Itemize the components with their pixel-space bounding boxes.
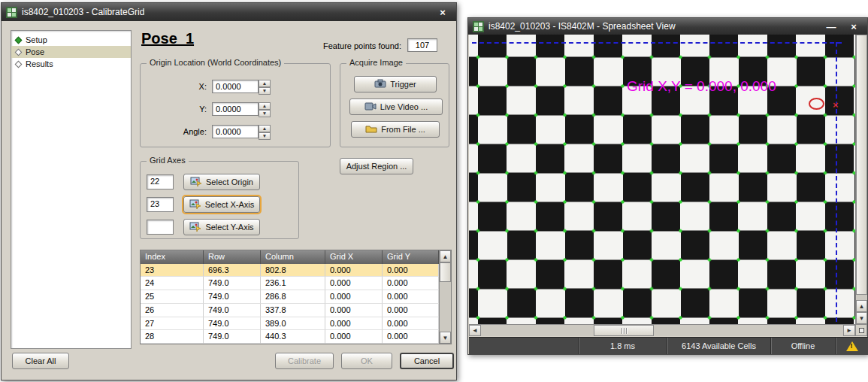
table-cell: 0.000 (383, 277, 439, 290)
scroll-up-icon[interactable]: ▲ (856, 300, 867, 312)
live-video-button[interactable]: Live Video ... (349, 99, 443, 115)
table-cell: 0.000 (325, 317, 383, 331)
folder-icon (365, 124, 377, 135)
angle-spinner: ▲ ▼ (259, 125, 271, 138)
axis-marker-cross: × (833, 99, 839, 111)
scroll-right-icon[interactable]: ► (843, 325, 855, 336)
checkerboard-image[interactable]: Grid X,Y = 0.000, 0.000 × (469, 35, 855, 324)
adjust-region-button[interactable]: Adjust Region ... (340, 158, 413, 174)
table-row[interactable]: 27 749.0 389.0 0.000 0.000 (141, 317, 439, 331)
minimize-button[interactable]: — (822, 20, 840, 33)
table-cell: 337.8 (261, 304, 325, 317)
trigger-label: Trigger (390, 80, 416, 89)
spin-up-icon[interactable]: ▲ (259, 102, 271, 110)
region-border-right[interactable] (836, 42, 837, 322)
spin-down-icon[interactable]: ▼ (259, 110, 271, 117)
y-axis-index-field[interactable] (147, 220, 174, 235)
select-y-axis-label: Select Y-Axis (205, 223, 253, 232)
table-cell: 0.000 (383, 304, 439, 317)
column-header-grid-x[interactable]: Grid X (325, 250, 383, 264)
app-icon (6, 7, 17, 18)
scroll-down-icon[interactable]: ▼ (440, 332, 451, 344)
cancel-button[interactable]: Cancel (400, 353, 454, 369)
scrollbar-thumb[interactable] (856, 35, 867, 295)
ok-button[interactable]: OK (341, 353, 392, 369)
scroll-up-icon[interactable]: ▲ (440, 250, 451, 262)
origin-index-field[interactable]: 22 (147, 174, 174, 189)
scrollbar-track[interactable] (481, 325, 843, 336)
resize-corner[interactable] (855, 324, 867, 336)
from-file-button[interactable]: From File ... (351, 121, 440, 138)
tree-item-pose[interactable]: Pose (11, 46, 131, 58)
select-origin-row: 22 Select Origin (147, 174, 260, 190)
angle-field[interactable] (212, 125, 259, 138)
scrollbar-thumb[interactable] (440, 262, 451, 282)
trigger-button[interactable]: Trigger (354, 76, 437, 92)
select-origin-button[interactable]: Select Origin (183, 174, 260, 190)
table-cell: 0.000 (383, 290, 439, 304)
table-cell: 0.000 (383, 330, 439, 344)
image-horizontal-scrollbar[interactable]: ◄ ► (469, 324, 855, 336)
tree-item-results[interactable]: Results (11, 58, 131, 70)
column-header-column[interactable]: Column (261, 250, 325, 264)
spin-down-icon[interactable]: ▼ (259, 132, 271, 140)
origin-location-group: Origin Location (World Coordinates) X: ▲… (140, 63, 331, 147)
adjust-region-label: Adjust Region ... (346, 162, 407, 171)
table-cell: 440.3 (261, 330, 325, 344)
table-scrollbar[interactable]: ▲ ▼ (439, 250, 451, 344)
scroll-left-icon[interactable]: ◄ (469, 325, 481, 336)
close-button[interactable]: × (434, 6, 452, 19)
table-cell: 696.3 (204, 264, 261, 277)
scroll-down-icon[interactable]: ▼ (856, 312, 867, 324)
ok-label: OK (361, 356, 373, 365)
clear-all-button[interactable]: Clear All (12, 353, 69, 369)
calibrate-button[interactable]: Calibrate (275, 353, 334, 369)
column-header-grid-y[interactable]: Grid Y (383, 250, 439, 264)
table-cell: 749.0 (204, 304, 261, 317)
spin-up-icon[interactable]: ▲ (259, 80, 271, 87)
x-field[interactable] (212, 80, 259, 93)
status-available-cells: 6143 Available Cells (667, 338, 770, 354)
status-spacer (469, 338, 578, 354)
calibrate-grid-titlebar[interactable]: is8402_010203 - CalibrateGrid × (2, 3, 456, 21)
select-x-axis-button[interactable]: Select X-Axis (183, 196, 260, 213)
table-cell: 749.0 (204, 290, 261, 304)
scrollbar-track[interactable] (440, 282, 451, 332)
table-row[interactable]: 28 749.0 440.3 0.000 0.000 (141, 330, 439, 344)
spin-up-icon[interactable]: ▲ (259, 125, 271, 132)
scrollbar-thumb[interactable] (594, 325, 654, 336)
grip-icon (622, 328, 622, 334)
table-row[interactable]: 26 749.0 337.8 0.000 0.000 (141, 304, 439, 317)
table-cell: 0.000 (325, 277, 383, 290)
page-title: Pose 1 (141, 30, 194, 47)
scrollbar-track[interactable] (856, 295, 867, 300)
tree-item-label: Pose (26, 47, 44, 56)
tree-item-setup[interactable]: Setup (11, 34, 131, 46)
spreadsheet-view-titlebar[interactable]: is8402_010203 - IS8402M - Spreadsheet Vi… (468, 18, 867, 35)
table-row[interactable]: 25 749.0 286.8 0.000 0.000 (141, 290, 439, 304)
camera-icon (374, 79, 386, 89)
calibrate-label: Calibrate (288, 356, 321, 365)
region-border-top[interactable] (472, 42, 842, 44)
x-spinner: ▲ ▼ (259, 80, 271, 93)
column-header-index[interactable]: Index (141, 250, 204, 264)
y-field[interactable] (212, 102, 259, 116)
x-axis-index-field[interactable]: 23 (147, 197, 174, 212)
close-button[interactable]: × (845, 20, 863, 33)
select-y-axis-button[interactable]: Select Y-Axis (183, 219, 260, 235)
table-cell: 28 (141, 330, 204, 344)
nav-tree: Setup Pose Results (11, 30, 132, 349)
column-header-row[interactable]: Row (204, 250, 261, 264)
table-row[interactable]: 24 749.0 236.1 0.000 0.000 (141, 277, 439, 290)
grid-xy-overlay-label: Grid X,Y = 0.000, 0.000 (627, 78, 776, 95)
y-label: Y: (147, 105, 207, 114)
table-row[interactable]: 23 696.3 802.8 0.000 0.000 (141, 264, 439, 277)
table-cell: 23 (141, 264, 204, 277)
image-vertical-scrollbar[interactable]: ▲ ▼ (855, 35, 867, 324)
status-timing: 1.8 ms (578, 338, 667, 354)
feature-points-value: 107 (407, 38, 437, 52)
table-cell: 236.1 (261, 277, 325, 290)
spin-down-icon[interactable]: ▼ (259, 87, 271, 95)
table-cell: 25 (141, 290, 204, 304)
warning-icon[interactable]: ! (846, 341, 858, 351)
